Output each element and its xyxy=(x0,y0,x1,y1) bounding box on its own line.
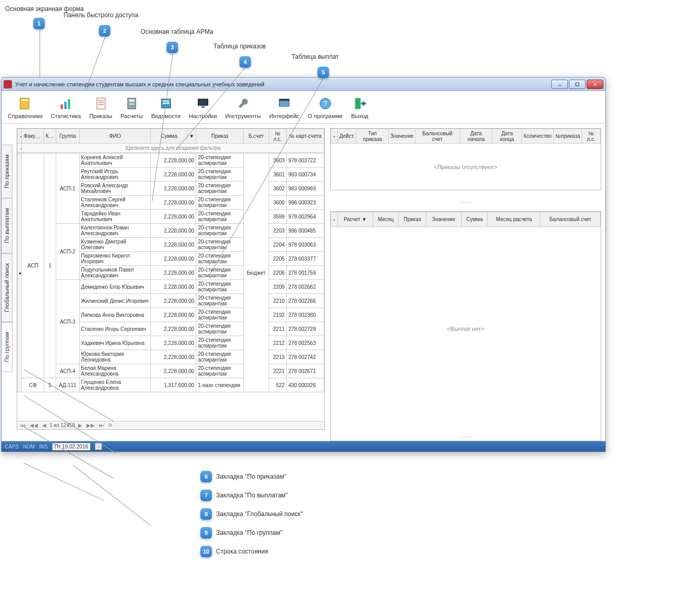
svg-rect-21 xyxy=(198,99,208,105)
nav-last-icon[interactable]: ⏭ xyxy=(98,422,105,428)
toolbar-references[interactable]: Справочники xyxy=(4,94,47,120)
toolbar-exit[interactable]: Выход xyxy=(347,94,372,120)
orders-col-datestart[interactable]: Дата начала xyxy=(460,129,492,144)
col-card[interactable]: № карт-счета xyxy=(286,129,324,144)
toolbar-interface[interactable]: Интерфейс xyxy=(265,94,303,120)
pay-col-monthcalc[interactable]: Месяц расчета xyxy=(488,212,540,227)
tab-by-payments[interactable]: По выплатам xyxy=(2,198,12,253)
nav-first-icon[interactable]: ⏮ xyxy=(19,422,27,428)
main-arm-table[interactable]: ⬩ Факультет Курс Группа ФИО Сумма ▼ Прик… xyxy=(17,128,325,430)
pay-col-balance[interactable]: Балансовый счет xyxy=(540,212,601,227)
filter-hint[interactable]: Щелкните здесь для создания фильтра xyxy=(22,144,324,153)
orders-col-dateend[interactable]: Дата конца xyxy=(492,129,522,144)
toolbar-label: Расчеты xyxy=(121,113,143,119)
toolbar-calculations[interactable]: Расчеты xyxy=(117,94,147,120)
close-button[interactable] xyxy=(587,80,603,89)
toolbar-tools[interactable]: Инструменты xyxy=(221,94,265,120)
svg-point-17 xyxy=(133,104,134,105)
toolbar-reports[interactable]: Ведомости xyxy=(147,94,185,120)
callout-8-label: Закладка "Глобальный поиск" xyxy=(216,510,303,518)
toolbar-orders[interactable]: Приказы xyxy=(85,94,116,120)
nav-prevpage-icon[interactable]: ◀◀ xyxy=(29,422,39,428)
row-indicator-header[interactable]: ⬩ xyxy=(18,129,22,144)
table-row[interactable]: СФ5АД-111Глущенко Елена Александровна1,3… xyxy=(18,378,324,392)
svg-rect-19 xyxy=(162,100,169,102)
col-sum[interactable]: Сумма xyxy=(151,129,187,144)
main-table-body[interactable]: ▸АСП1АСП-1Корнеев Алексей Анатольевич2,2… xyxy=(17,153,324,421)
pay-col-order[interactable]: Приказ xyxy=(399,212,426,227)
nav-refresh-icon[interactable]: ⟳ xyxy=(107,422,113,428)
toolbar-label: Статистика xyxy=(51,113,81,119)
table-row[interactable]: ▸АСП1АСП-1Корнеев Алексей Анатольевич2,2… xyxy=(18,153,324,168)
callout-3-label: Основная таблица АРМа xyxy=(141,28,213,35)
toolbar-label: Ведомости xyxy=(151,113,181,119)
orders-col-type[interactable]: Тип приказа xyxy=(357,129,389,144)
exit-icon xyxy=(351,95,368,112)
col-ls[interactable]: № л.с. xyxy=(269,129,286,144)
svg-point-15 xyxy=(129,104,131,105)
toolbar-settings[interactable]: Настройки xyxy=(185,94,221,120)
svg-rect-5 xyxy=(21,99,28,101)
titlebar[interactable]: Учет и начисление стипендии студентам вы… xyxy=(2,78,605,91)
record-navigator[interactable]: ⏮ ◀◀ ◀ 1 из 12458 ▶ ▶▶ ⏭ ⟳ xyxy=(17,421,324,429)
orders-col-ls[interactable]: № л.с. xyxy=(582,129,601,144)
col-course[interactable]: Курс xyxy=(44,129,56,144)
toolbar-about[interactable]: ? О программе xyxy=(303,94,347,120)
tab-global-search[interactable]: Глобальный поиск xyxy=(2,253,12,322)
tab-by-groups[interactable]: По группам xyxy=(2,322,12,372)
payments-table[interactable]: ⬩ Расчет ▼ Месяц Приказ Значение Сумма М… xyxy=(330,211,601,441)
col-sum-sort[interactable]: ▼ xyxy=(187,129,196,144)
table-row[interactable]: АСП-4Белая Марина Александровна2,228,000… xyxy=(18,364,324,378)
ui-icon xyxy=(276,95,293,112)
pay-col-sum[interactable]: Сумма xyxy=(461,212,488,227)
main-window: Учет и начисление стипендии студентам вы… xyxy=(1,77,606,452)
orders-col-action[interactable]: Дейст. xyxy=(338,129,357,144)
pay-col-value[interactable]: Значение xyxy=(426,212,461,227)
svg-rect-7 xyxy=(64,102,66,109)
date-dropdown-button[interactable]: ▾ xyxy=(95,443,102,450)
toolbar-label: О программе xyxy=(308,113,343,119)
orders-col-count[interactable]: Количество xyxy=(522,129,554,144)
nav-nextpage-icon[interactable]: ▶▶ xyxy=(85,422,96,428)
table-row[interactable]: АСП-2Калентионок Роман Александрович2,22… xyxy=(18,224,324,238)
col-bscore[interactable]: Б.счет xyxy=(244,129,269,144)
callout-4-bubble: 4 xyxy=(239,56,255,68)
nav-next-icon[interactable]: ▶ xyxy=(77,422,83,428)
report-icon xyxy=(158,95,174,112)
callout-1-bubble: 1 xyxy=(33,18,49,29)
tab-by-orders[interactable]: По приказам xyxy=(2,145,12,198)
table-row[interactable]: АСП-3Демиденко Егор Юрьевич2,228,000.002… xyxy=(18,280,324,294)
svg-rect-20 xyxy=(162,102,169,104)
minimize-button[interactable] xyxy=(551,80,568,89)
maximize-button[interactable] xyxy=(569,80,586,89)
window-title: Учет и начисление стипендии студентам вы… xyxy=(15,81,550,87)
col-order[interactable]: Приказ xyxy=(196,129,244,144)
chart-icon xyxy=(58,95,74,112)
status-date-field[interactable]: Пт 19.02.2016 xyxy=(52,443,91,451)
pay-col-calc[interactable]: Расчет ▼ xyxy=(338,212,373,227)
status-date-text: Пт 19.02.2016 xyxy=(55,444,88,450)
orders-col-balance[interactable]: Балансовый счет xyxy=(415,129,460,144)
splitter-dots[interactable]: ..... xyxy=(330,196,601,206)
pay-col-month[interactable]: Месяц xyxy=(373,212,399,227)
orders-table[interactable]: ⬩ Дейст. Тип приказа Значение Балансовый… xyxy=(330,128,601,190)
callout-2-label: Панель быстрого доступа xyxy=(64,11,138,19)
svg-rect-22 xyxy=(201,106,205,108)
wrench-icon xyxy=(235,95,251,112)
col-faculty[interactable]: Факультет xyxy=(22,129,44,144)
toolbar-statistics[interactable]: Статистика xyxy=(47,94,85,120)
status-ins: INS xyxy=(39,444,48,450)
nav-prev-icon[interactable]: ◀ xyxy=(41,422,47,428)
toolbar-label: Настройки xyxy=(189,113,217,119)
help-icon: ? xyxy=(317,95,334,112)
status-caps: CAPS xyxy=(5,444,19,450)
orders-col-orderno[interactable]: №приказа xyxy=(553,129,581,144)
col-group[interactable]: Группа xyxy=(56,129,79,144)
orders-col-value[interactable]: Значение xyxy=(388,129,415,144)
col-fio[interactable]: ФИО xyxy=(79,129,151,144)
svg-rect-9 xyxy=(97,98,105,109)
callout-5-bubble: 5 xyxy=(318,67,333,78)
callout-4-label: Таблица приказов xyxy=(213,43,266,50)
callout-7-label: Закладка "По выплатам" xyxy=(216,492,288,499)
toolbar-label: Справочники xyxy=(8,113,43,119)
